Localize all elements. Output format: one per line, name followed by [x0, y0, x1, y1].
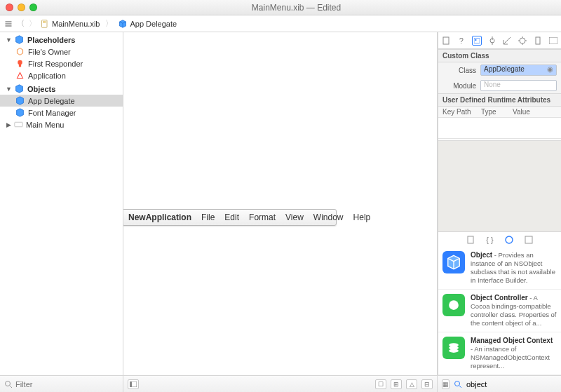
inspector-tab-bar: ?: [438, 32, 561, 49]
file-templates-tab[interactable]: [466, 236, 475, 244]
filter-icon: [454, 380, 462, 388]
module-field[interactable]: None: [480, 80, 557, 91]
mock-menu-item[interactable]: File: [201, 212, 215, 222]
svg-rect-0: [6, 21, 12, 22]
filter-icon: [4, 380, 13, 388]
svg-line-31: [10, 386, 12, 388]
library-filter-bar: ▦: [438, 376, 561, 392]
object-library-tab[interactable]: [505, 236, 513, 244]
align-tool-button[interactable]: ☐: [375, 379, 386, 389]
outline-item-label: Font Manager: [28, 109, 76, 117]
library-grid-view-button[interactable]: ▦: [442, 379, 450, 389]
outline-section-objects[interactable]: ▼ Objects: [0, 81, 123, 95]
mock-menu-app[interactable]: NewApplication: [128, 212, 191, 222]
svg-point-18: [520, 38, 525, 43]
back-button[interactable]: 〈: [17, 18, 25, 29]
mock-menu-item[interactable]: Edit: [224, 212, 239, 222]
close-window-button[interactable]: [6, 4, 13, 11]
cube-icon: [15, 108, 25, 117]
related-items-button[interactable]: [4, 20, 13, 28]
svg-marker-13: [17, 109, 24, 116]
mock-menu-item[interactable]: Format: [249, 212, 276, 222]
jump-bar-file[interactable]: MainMenu.xib: [41, 20, 100, 28]
class-field[interactable]: AppDelegate◉: [480, 65, 557, 76]
disclosure-triangle-icon[interactable]: ▼: [6, 36, 11, 43]
outline-item-label: Main Menu: [26, 121, 64, 129]
disclosure-triangle-icon[interactable]: ▶: [6, 121, 11, 128]
minimize-window-button[interactable]: [18, 4, 25, 11]
outline-item-label: File's Owner: [28, 48, 71, 56]
code-snippets-tab[interactable]: { }: [486, 236, 493, 244]
menu-icon: [14, 120, 23, 129]
svg-marker-11: [16, 85, 23, 93]
col-keypath[interactable]: Key Path: [442, 108, 481, 116]
outline-item-label: First Responder: [28, 60, 83, 68]
outline-item-first-responder[interactable]: First Responder: [0, 58, 123, 69]
canvas-bottom-bar: ☐ ⊞ △ ⊟: [123, 376, 438, 392]
ib-canvas[interactable]: NewApplication File Edit Format View Win…: [123, 32, 438, 375]
window-title: MainMenu.xib — Edited: [37, 3, 555, 13]
col-type[interactable]: Type: [481, 108, 513, 116]
bindings-inspector-tab[interactable]: [533, 36, 543, 46]
svg-point-29: [449, 349, 459, 353]
outline-section-placeholders[interactable]: ▼ Placeholders: [0, 32, 123, 46]
cube-icon: [15, 96, 25, 105]
jump-bar-object[interactable]: App Delegate: [119, 20, 177, 28]
outline-item-application[interactable]: Application: [0, 69, 123, 81]
resizing-tool-button[interactable]: ⊟: [421, 379, 433, 389]
zoom-window-button[interactable]: [29, 4, 37, 11]
outline-filter-input[interactable]: [15, 380, 119, 388]
object-library-list[interactable]: Object - Provides an instance of an NSOb…: [438, 247, 561, 375]
module-label: Module: [442, 82, 476, 90]
effects-inspector-tab[interactable]: [548, 36, 558, 46]
svg-rect-21: [468, 236, 473, 243]
disclosure-triangle-icon[interactable]: ▼: [6, 86, 11, 93]
size-inspector-tab[interactable]: [502, 36, 512, 46]
cube-icon: [15, 35, 24, 44]
library-item[interactable]: Object Controller - A Cocoa bindings-com…: [438, 290, 561, 332]
svg-point-34: [455, 381, 460, 386]
pin-tool-button[interactable]: ⊞: [391, 379, 402, 389]
outline-item-font-manager[interactable]: Font Manager: [0, 107, 123, 119]
svg-rect-17: [475, 39, 476, 41]
group-custom-class: Custom Class: [438, 49, 561, 62]
media-library-tab[interactable]: [525, 236, 533, 244]
forward-button[interactable]: 〉: [29, 18, 36, 29]
cube-icon: [15, 84, 24, 93]
outline-item-files-owner[interactable]: File's Owner: [0, 46, 123, 58]
quick-help-tab[interactable]: ?: [457, 36, 466, 46]
svg-line-35: [459, 386, 461, 388]
svg-rect-14: [15, 122, 22, 127]
svg-rect-15: [443, 37, 449, 44]
inspectors-panel: ? Custom Class Class AppDelegate◉ Module…: [438, 32, 561, 375]
svg-marker-12: [17, 97, 24, 104]
svg-point-30: [6, 381, 11, 386]
col-value[interactable]: Value: [513, 108, 530, 116]
library-item[interactable]: Managed Object Context - An instance of …: [438, 332, 561, 375]
resolve-issues-button[interactable]: △: [406, 379, 417, 389]
file-inspector-tab[interactable]: [441, 36, 451, 46]
svg-rect-19: [536, 37, 540, 44]
outline-item-label: App Delegate: [28, 97, 75, 105]
mock-menu-item[interactable]: View: [285, 212, 304, 222]
mock-menu-item[interactable]: Window: [313, 212, 344, 222]
library-filter-input[interactable]: [466, 380, 561, 388]
svg-marker-8: [17, 48, 22, 55]
outline-item-app-delegate[interactable]: App Delegate: [0, 95, 123, 107]
cube-icon: [442, 251, 465, 273]
mock-menu-bar[interactable]: NewApplication File Edit Format View Win…: [123, 209, 337, 226]
outline-filter-bar: [0, 376, 123, 392]
connections-inspector-tab[interactable]: [518, 36, 527, 46]
toggle-outline-button[interactable]: [128, 379, 139, 389]
attributes-inspector-tab[interactable]: [487, 36, 497, 46]
traffic-lights: [6, 4, 37, 11]
xib-file-icon: [41, 20, 49, 28]
outline-item-main-menu[interactable]: ▶ Main Menu: [0, 119, 123, 130]
mock-menu-item[interactable]: Help: [353, 212, 371, 222]
section-label: Placeholders: [27, 36, 75, 44]
runtime-attrs-table[interactable]: [438, 118, 561, 139]
svg-rect-23: [525, 236, 532, 243]
identity-inspector-tab[interactable]: [472, 36, 482, 46]
library-item[interactable]: Object - Provides an instance of an NSOb…: [438, 247, 561, 290]
svg-point-26: [449, 300, 459, 310]
